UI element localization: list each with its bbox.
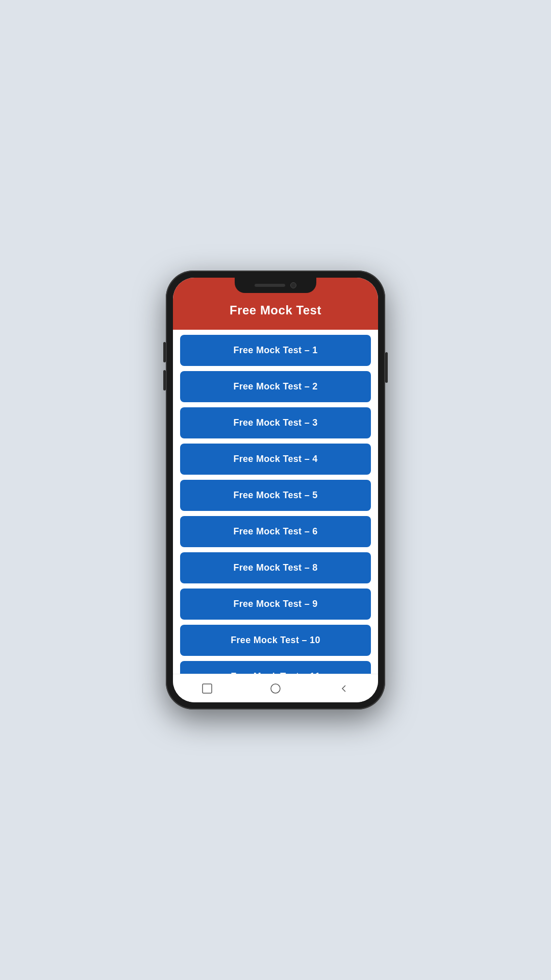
test-button-1[interactable]: Free Mock Test – 1 <box>180 335 371 366</box>
test-button-6[interactable]: Free Mock Test – 6 <box>180 516 371 547</box>
home-button[interactable] <box>265 678 286 699</box>
svg-point-1 <box>271 684 280 693</box>
page-title: Free Mock Test <box>230 303 321 317</box>
test-button-8[interactable]: Free Mock Test – 8 <box>180 552 371 583</box>
test-button-11[interactable]: Free Mock Test – 11 <box>180 661 371 674</box>
recent-apps-button[interactable] <box>197 678 217 699</box>
phone-frame: Free Mock Test Free Mock Test – 1Free Mo… <box>166 271 385 709</box>
notch <box>235 278 316 293</box>
test-button-5[interactable]: Free Mock Test – 5 <box>180 480 371 511</box>
notch-pill <box>255 284 285 287</box>
test-button-10[interactable]: Free Mock Test – 10 <box>180 625 371 656</box>
camera <box>290 282 296 288</box>
volume-down-button <box>163 370 166 390</box>
test-button-9[interactable]: Free Mock Test – 9 <box>180 589 371 620</box>
test-button-4[interactable]: Free Mock Test – 4 <box>180 444 371 475</box>
power-button <box>385 352 388 383</box>
svg-rect-0 <box>203 684 212 693</box>
navigation-bar <box>173 674 378 702</box>
page-header: Free Mock Test <box>173 293 378 330</box>
phone-screen: Free Mock Test Free Mock Test – 1Free Mo… <box>173 278 378 702</box>
volume-up-button <box>163 342 166 362</box>
test-button-3[interactable]: Free Mock Test – 3 <box>180 407 371 438</box>
test-button-2[interactable]: Free Mock Test – 2 <box>180 371 371 402</box>
test-list: Free Mock Test – 1Free Mock Test – 2Free… <box>173 330 378 674</box>
back-button[interactable] <box>334 678 354 699</box>
